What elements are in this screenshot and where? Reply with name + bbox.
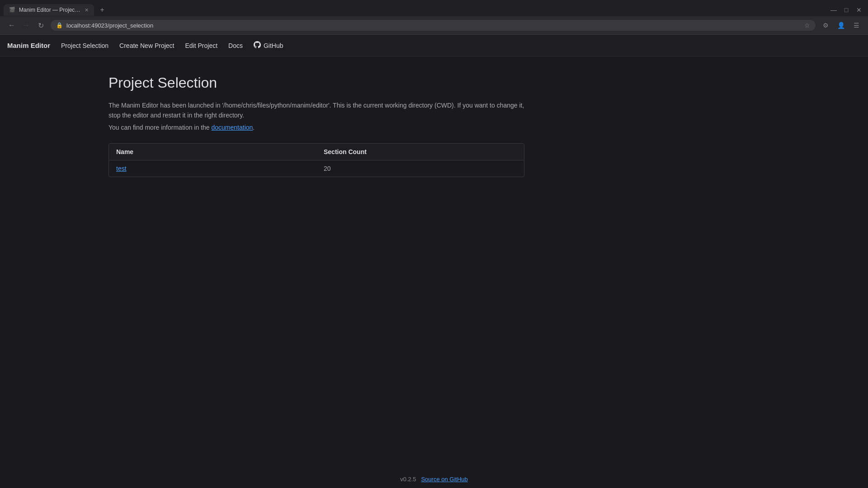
browser-chrome: 🎬 Manim Editor — Project S... ✕ + — □ ✕ … — [0, 0, 868, 35]
tab-bar: 🎬 Manim Editor — Project S... ✕ + — □ ✕ — [0, 0, 868, 16]
version-text: v0.2.5 — [400, 476, 416, 483]
window-maximize-button[interactable]: □ — [841, 5, 852, 15]
back-button[interactable]: ← — [5, 19, 18, 32]
window-minimize-button[interactable]: — — [828, 5, 839, 15]
address-bar[interactable]: 🔒 localhost:49023/project_selection ☆ — [51, 20, 816, 31]
description-line2-text: You can find more information in the — [108, 124, 212, 131]
new-tab-button[interactable]: + — [96, 4, 108, 16]
description-suffix: . — [253, 124, 255, 131]
bookmark-icon[interactable]: ☆ — [804, 22, 810, 29]
nav-create-new-project[interactable]: Create New Project — [119, 42, 174, 49]
tab-close-button[interactable]: ✕ — [85, 7, 89, 13]
github-icon — [254, 41, 261, 50]
page-title: Project Selection — [108, 75, 524, 91]
nav-edit-project[interactable]: Edit Project — [185, 42, 217, 49]
nav-docs[interactable]: Docs — [228, 42, 243, 49]
source-on-github-link[interactable]: Source on GitHub — [421, 476, 467, 483]
table-row: test 20 — [109, 160, 524, 177]
description-line2: You can find more information in the doc… — [108, 122, 524, 132]
table-cell-name: test — [109, 160, 316, 177]
security-icon: 🔒 — [56, 22, 63, 28]
documentation-link[interactable]: documentation — [212, 124, 253, 131]
url-text: localhost:49023/project_selection — [66, 22, 153, 29]
menu-button[interactable]: ☰ — [850, 19, 863, 32]
extensions-button[interactable]: ⚙ — [819, 19, 832, 32]
table-header: Name Section Count — [109, 144, 524, 160]
address-bar-row: ← → ↻ 🔒 localhost:49023/project_selectio… — [0, 16, 868, 34]
projects-table: Name Section Count test 20 — [109, 144, 524, 177]
table-cell-section-count: 20 — [316, 160, 524, 177]
forward-button[interactable]: → — [20, 19, 33, 32]
footer: v0.2.5 Source on GitHub — [0, 470, 868, 488]
browser-tab[interactable]: 🎬 Manim Editor — Project S... ✕ — [4, 4, 94, 16]
app-navbar: Manim Editor Project Selection Create Ne… — [0, 35, 868, 56]
app-brand: Manim Editor — [7, 42, 50, 49]
nav-github[interactable]: GitHub — [254, 41, 283, 50]
tab-title: Manim Editor — Project S... — [19, 7, 81, 13]
table-body: test 20 — [109, 160, 524, 177]
main-content: Project Selection The Manim Editor has b… — [0, 56, 633, 195]
projects-table-container: Name Section Count test 20 — [108, 143, 524, 177]
nav-project-selection[interactable]: Project Selection — [61, 42, 108, 49]
profile-button[interactable]: 👤 — [835, 19, 847, 32]
nav-buttons: ← → ↻ — [5, 19, 47, 32]
window-close-button[interactable]: ✕ — [854, 5, 864, 15]
table-header-section-count: Section Count — [316, 144, 524, 160]
reload-button[interactable]: ↻ — [34, 19, 47, 32]
project-link-test[interactable]: test — [116, 165, 127, 172]
table-header-row: Name Section Count — [109, 144, 524, 160]
browser-actions: ⚙ 👤 ☰ — [819, 19, 863, 32]
tab-favicon: 🎬 — [9, 7, 15, 13]
window-controls: — □ ✕ — [828, 5, 864, 15]
table-header-name: Name — [109, 144, 316, 160]
description-line1: The Manim Editor has been launched in '/… — [108, 100, 524, 121]
github-link-text: GitHub — [264, 42, 283, 49]
